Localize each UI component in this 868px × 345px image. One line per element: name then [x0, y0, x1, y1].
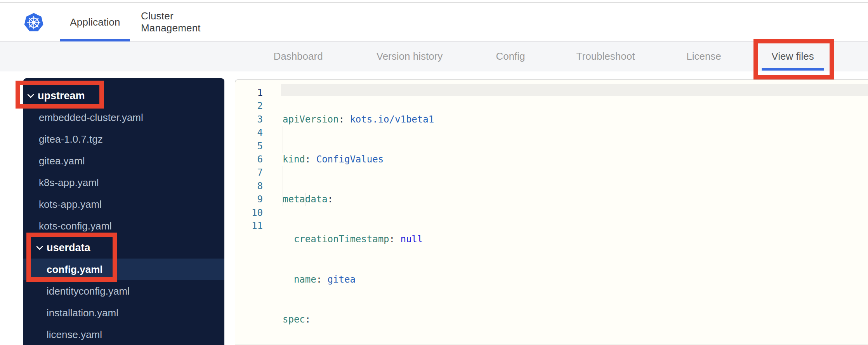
code-line: creationTimestamp: null	[283, 233, 868, 246]
line-number: 8	[235, 179, 263, 193]
annotation-box-userdata-config	[26, 233, 117, 282]
tab-cluster-management-label: Cluster Management	[141, 10, 232, 34]
file-k8s-app-yaml[interactable]: k8s-app.yaml	[23, 172, 224, 193]
subnav-tab-dashboard[interactable]: Dashboard	[273, 41, 323, 71]
tab-application-label: Application	[70, 16, 120, 28]
file-identityconfig-yaml[interactable]: identityconfig.yaml	[23, 280, 224, 302]
subnav-tab-dashboard-label: Dashboard	[273, 50, 323, 62]
code-line: name: gitea	[283, 273, 868, 286]
line-number: 9	[235, 193, 263, 206]
file-label: installation.yaml	[47, 307, 118, 319]
file-label: identityconfig.yaml	[47, 285, 130, 297]
line-number: 7	[235, 166, 263, 179]
subnav-tab-version-history-label: Version history	[377, 50, 443, 62]
file-installation-yaml[interactable]: installation.yaml	[23, 302, 224, 324]
app-subnav: Dashboard Version history Config Trouble…	[0, 41, 868, 71]
line-number: 11	[235, 219, 263, 233]
file-label: k8s-app.yaml	[39, 177, 99, 189]
kots-admin-console: Application Cluster Management Dashboard…	[0, 0, 868, 345]
subnav-tab-version-history[interactable]: Version history	[377, 41, 443, 71]
tab-application[interactable]: Application	[60, 3, 130, 41]
yaml-content: apiVersion: kots.io/v1beta1 kind: Config…	[283, 86, 868, 345]
annotation-box-upstream	[16, 81, 104, 109]
line-number: 3	[235, 113, 263, 126]
file-tree: upstream embedded-cluster.yaml gitea-1.0…	[23, 78, 224, 345]
file-label: license.yaml	[47, 329, 102, 341]
code-line: spec:	[283, 313, 868, 326]
file-label: embedded-cluster.yaml	[39, 112, 143, 124]
file-kots-app-yaml[interactable]: kots-app.yaml	[23, 193, 224, 215]
subnav-tab-license-label: License	[686, 50, 721, 62]
file-gitea-tgz[interactable]: gitea-1.0.7.tgz	[23, 128, 224, 150]
subnav-tab-troubleshoot[interactable]: Troubleshoot	[576, 41, 635, 71]
line-number: 2	[235, 99, 263, 112]
subnav-tab-license[interactable]: License	[686, 41, 721, 71]
line-number: 5	[235, 140, 263, 153]
subnav-tab-config[interactable]: Config	[496, 41, 525, 71]
file-label: gitea-1.0.7.tgz	[39, 133, 103, 145]
code-line: kind: ConfigValues	[283, 153, 868, 166]
code-editor[interactable]: 1 2 3 4 5 6 7 8 9 10 11 apiVersion: kots…	[235, 79, 868, 345]
line-number: 6	[235, 153, 263, 166]
file-embedded-cluster-yaml[interactable]: embedded-cluster.yaml	[23, 107, 224, 128]
line-number: 1	[235, 86, 263, 99]
code-line: metadata:	[283, 193, 868, 206]
file-label: kots-config.yaml	[39, 220, 112, 232]
annotation-box-view-files	[753, 39, 834, 79]
line-number: 4	[235, 126, 263, 139]
subnav-tab-config-label: Config	[496, 50, 525, 62]
app-header: Application Cluster Management	[0, 3, 868, 41]
file-gitea-yaml[interactable]: gitea.yaml	[23, 150, 224, 172]
window-top-strip	[0, 0, 868, 3]
file-license-yaml[interactable]: license.yaml	[23, 324, 224, 345]
code-line: apiVersion: kots.io/v1beta1	[283, 113, 868, 126]
line-number: 10	[235, 206, 263, 219]
tab-cluster-management[interactable]: Cluster Management	[141, 3, 232, 41]
file-label: gitea.yaml	[39, 155, 85, 167]
file-label: kots-app.yaml	[39, 198, 102, 210]
subnav-tab-troubleshoot-label: Troubleshoot	[576, 50, 635, 62]
line-number-gutter: 1 2 3 4 5 6 7 8 9 10 11	[235, 86, 263, 233]
kubernetes-logo-icon	[24, 13, 43, 32]
